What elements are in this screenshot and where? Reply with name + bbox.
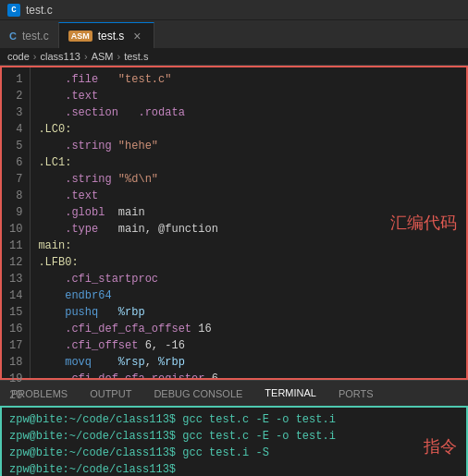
code-line: .text (38, 88, 459, 104)
panel-tab-debug-console[interactable]: DEBUG CONSOLE (142, 381, 253, 407)
line-number: 2 (9, 88, 22, 104)
code-line: .LC1: (38, 154, 459, 171)
line-number: 20 (9, 387, 22, 404)
line-number: 7 (9, 171, 22, 188)
code-line: .cfi_def_cfa_register 6 (38, 371, 459, 378)
tab-test-s[interactable]: ASM test.s × (58, 22, 155, 48)
line-number: 1 (9, 71, 22, 88)
line-number: 9 (9, 204, 22, 221)
line-number: 14 (9, 287, 22, 304)
line-number: 5 (9, 138, 22, 154)
code-line: .cfi_def_cfa_offset 16 (38, 321, 459, 337)
code-line: .text (38, 188, 459, 204)
line-number: 6 (9, 154, 22, 171)
line-number: 17 (9, 337, 22, 354)
code-line: movq %rsp, %rbp (38, 354, 459, 371)
line-number: 16 (9, 321, 22, 337)
tab-close-button[interactable]: × (129, 29, 144, 43)
line-number: 11 (9, 238, 22, 254)
title-bar: C test.c (0, 0, 468, 20)
line-number: 3 (9, 104, 22, 121)
tab-label-test-c: test.c (22, 30, 49, 43)
panel-tab-output[interactable]: OUTPUT (79, 381, 142, 407)
terminal-line: zpw@bite:~/code/class113$ gcc test.i -S (9, 445, 459, 461)
code-annotation: 汇编代码 (390, 212, 457, 234)
code-line: .LC0: (38, 121, 459, 138)
line-number: 8 (9, 188, 22, 204)
line-numbers: 1234567891011121314151617181920212223242… (2, 67, 31, 378)
code-line: endbr64 (38, 287, 459, 304)
terminal-line: zpw@bite:~/code/class113$ gcc test.c -E … (9, 411, 459, 428)
terminal-line: zpw@bite:~/code/class113$ gcc test.c -E … (9, 428, 459, 445)
asm-icon: ASM (68, 31, 92, 42)
line-number: 10 (9, 221, 22, 238)
code-line: main: (38, 238, 459, 254)
app-icon: C (7, 4, 20, 17)
code-line: .cfi_offset 6, -16 (38, 337, 459, 354)
code-line: .cfi_startproc (38, 271, 459, 287)
code-line: .file "test.c" (38, 71, 459, 88)
line-number: 13 (9, 271, 22, 287)
terminal-annotation: 指令 (424, 435, 457, 458)
breadcrumb: code › class113 › ASM › test.s (0, 48, 468, 66)
code-line: .string "hehe" (38, 138, 459, 154)
line-number: 12 (9, 254, 22, 271)
panel-tab-terminal[interactable]: TERMINAL (253, 381, 327, 407)
terminal-line: zpw@bite:~/code/class113$ (9, 461, 459, 476)
line-number: 19 (9, 371, 22, 387)
code-line: .LFB0: (38, 254, 459, 271)
terminal-panel[interactable]: zpw@bite:~/code/class113$ gcc test.c -E … (0, 406, 468, 476)
breadcrumb-part-4: test.s (124, 51, 148, 62)
breadcrumb-part-2: class113 (41, 51, 80, 62)
code-line: .section .rodata (38, 104, 459, 121)
line-number: 18 (9, 354, 22, 371)
code-line: .string "%d\n" (38, 171, 459, 188)
line-number: 15 (9, 304, 22, 321)
tab-label-test-s: test.s (98, 30, 125, 43)
tab-bar: C test.c ASM test.s × (0, 20, 468, 48)
breadcrumb-part-3: ASM (92, 51, 114, 62)
tab-test-c[interactable]: C test.c (0, 22, 58, 48)
line-number: 4 (9, 121, 22, 138)
code-line: pushq %rbp (38, 304, 459, 321)
title-text: test.c (26, 4, 53, 17)
code-editor: 1234567891011121314151617181920212223242… (0, 66, 468, 380)
c-icon: C (9, 31, 17, 42)
breadcrumb-part-1: code (7, 51, 30, 62)
panel-tab-ports[interactable]: PORTS (327, 381, 385, 407)
panel-tabs: PROBLEMSOUTPUTDEBUG CONSOLETERMINALPORTS (0, 380, 468, 406)
